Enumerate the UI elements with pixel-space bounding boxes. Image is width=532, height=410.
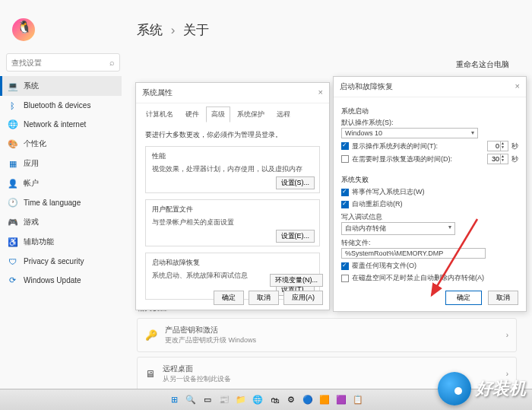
sidebar-item-9[interactable]: 🛡Privacy & security	[0, 252, 122, 271]
related-card-0[interactable]: 🔑产品密钥和激活更改产品密钥或升级 Windows›	[137, 318, 517, 352]
search-field[interactable]	[11, 59, 103, 67]
settings-icon[interactable]: ⚙	[284, 393, 298, 407]
card-title: 远程桌面	[163, 364, 231, 374]
nav-icon: ⟳	[8, 275, 17, 285]
write-log-checkbox[interactable]	[341, 189, 349, 196]
nav-label: 帐户	[24, 178, 39, 189]
overwrite-label: 覆盖任何现有文件(O)	[352, 261, 416, 271]
nav-label: Time & language	[24, 199, 81, 207]
breadcrumb-system[interactable]: 系统	[137, 23, 163, 37]
dump-file-input[interactable]: %SystemRoot%\MEMORY.DMP	[341, 248, 486, 259]
nav-icon: 🛡	[8, 256, 17, 266]
env-vars-button[interactable]: 环境变量(N)...	[270, 274, 323, 287]
nav-label: 个性化	[24, 138, 46, 149]
nav-icon: 👤	[8, 179, 17, 189]
admin-note: 要进行大多数更改，你必须作为管理员登录。	[145, 130, 320, 140]
low-disk-checkbox[interactable]	[341, 275, 349, 282]
start-icon[interactable]: ⊞	[167, 393, 181, 407]
nav-label: 游戏	[24, 217, 39, 227]
search-icon[interactable]: 🔍	[184, 393, 198, 407]
sidebar-item-7[interactable]: 🎮游戏	[0, 212, 122, 232]
auto-restart-checkbox[interactable]	[341, 201, 349, 208]
sidebar-item-1[interactable]: ᛒBluetooth & devices	[0, 96, 122, 115]
sidebar-item-6[interactable]: 🕐Time & language	[0, 193, 122, 212]
card-sub: 从另一设备控制此设备	[163, 374, 231, 384]
card-icon: 🔑	[145, 329, 157, 341]
dialog-title: 启动和故障恢复	[340, 81, 393, 92]
tab-1[interactable]: 硬件	[180, 106, 204, 122]
show-os-list-label: 显示操作系统列表的时间(T):	[352, 141, 438, 151]
default-os-value: Windows 10	[345, 129, 382, 137]
tab-3[interactable]: 系统保护	[232, 106, 270, 122]
search-input[interactable]: ⌕	[6, 53, 120, 72]
breadcrumb: 系统 › 关于	[137, 21, 532, 39]
group-0: 性能视觉效果，处理器计划，内存使用，以及虚拟内存设置(S)...	[145, 146, 320, 193]
show-os-list-seconds[interactable]: ▲▼	[487, 141, 508, 151]
low-disk-label: 在磁盘空间不足时禁止自动删除内存转储(A)	[352, 273, 484, 283]
show-os-list-checkbox[interactable]	[341, 142, 349, 150]
breadcrumb-about: 关于	[183, 23, 209, 37]
card-sub: 更改产品密钥或升级 Windows	[165, 335, 256, 345]
chevron-right-icon: ›	[171, 23, 176, 37]
sidebar-item-5[interactable]: 👤帐户	[0, 173, 122, 193]
tab-2[interactable]: 高级	[206, 106, 230, 122]
unit-sec: 秒	[511, 154, 518, 164]
nav-icon: 🌐	[8, 119, 17, 129]
group-settings-button[interactable]: 设置(S)...	[276, 176, 315, 189]
nav-icon: 🎮	[8, 218, 17, 227]
dialog-title: 系统属性	[142, 87, 173, 98]
watermark-text: 好装机	[476, 377, 526, 400]
show-recovery-seconds[interactable]: ▲▼	[487, 154, 508, 164]
group-title: 用户配置文件	[152, 205, 313, 215]
tab-0[interactable]: 计算机名	[141, 106, 179, 122]
taskview-icon[interactable]: ▭	[201, 393, 214, 407]
show-recovery-label: 在需要时显示恢复选项的时间(D):	[352, 154, 452, 164]
chevron-right-icon: ›	[506, 331, 508, 339]
cancel-button[interactable]: 取消	[249, 291, 279, 305]
app-icon[interactable]: 🟧	[318, 393, 331, 407]
nav-icon: 🎨	[8, 139, 17, 149]
ok-button[interactable]: 确定	[214, 291, 244, 305]
overwrite-checkbox[interactable]	[341, 262, 349, 270]
nav-icon: ♿	[8, 237, 17, 247]
default-os-combo[interactable]: Windows 10 ▾	[341, 128, 478, 138]
sidebar-item-2[interactable]: 🌐Network & internet	[0, 115, 122, 134]
nav-label: Privacy & security	[24, 257, 84, 265]
close-icon[interactable]: ×	[515, 81, 520, 92]
nav-icon: ▦	[8, 159, 17, 169]
edge-icon[interactable]: 🌐	[251, 393, 264, 407]
cancel-button[interactable]: 取消	[488, 291, 518, 305]
nav-icon: 💻	[8, 81, 17, 91]
sidebar: 💻系统ᛒBluetooth & devices🌐Network & intern…	[0, 76, 122, 290]
ok-button[interactable]: 确定	[445, 291, 482, 305]
widgets-icon[interactable]: 📰	[217, 393, 231, 407]
nav-label: 系统	[24, 81, 39, 91]
nav-label: 应用	[24, 158, 39, 169]
sidebar-item-4[interactable]: ▦应用	[0, 154, 122, 173]
app-icon[interactable]: 🔵	[301, 393, 315, 407]
startup-recovery-dialog: 启动和故障恢复 × 系统启动 默认操作系统(S): Windows 10 ▾ 显…	[333, 76, 527, 312]
sidebar-item-10[interactable]: ⟳Windows Update	[0, 271, 122, 290]
nav-label: Windows Update	[24, 276, 81, 284]
tab-4[interactable]: 远程	[271, 106, 296, 122]
app-icon[interactable]: 🟪	[334, 393, 348, 407]
sidebar-item-0[interactable]: 💻系统	[0, 76, 122, 96]
write-log-label: 将事件写入系统日志(W)	[352, 187, 425, 197]
sidebar-item-3[interactable]: 🎨个性化	[0, 134, 122, 154]
app-icon[interactable]: 📋	[351, 393, 365, 407]
avatar[interactable]	[12, 18, 35, 41]
sidebar-item-8[interactable]: ♿辅助功能	[0, 232, 122, 252]
store-icon[interactable]: 🛍	[268, 393, 281, 407]
auto-restart-label: 自动重新启动(R)	[352, 199, 403, 209]
nav-label: Network & internet	[24, 120, 86, 129]
nav-icon: ᛒ	[8, 100, 17, 110]
close-icon[interactable]: ×	[318, 87, 323, 98]
apply-button[interactable]: 应用(A)	[283, 291, 323, 305]
explorer-icon[interactable]: 📁	[234, 393, 248, 407]
nav-label: 辅助功能	[24, 237, 54, 247]
group-settings-button[interactable]: 设置(E)...	[276, 230, 315, 243]
chevron-down-icon: ▾	[471, 129, 474, 137]
rename-pc-button[interactable]: 重命名这台电脑	[456, 59, 509, 70]
show-recovery-checkbox[interactable]	[341, 155, 349, 163]
write-debug-combo[interactable]: 自动内存转储 ▾	[341, 222, 455, 235]
